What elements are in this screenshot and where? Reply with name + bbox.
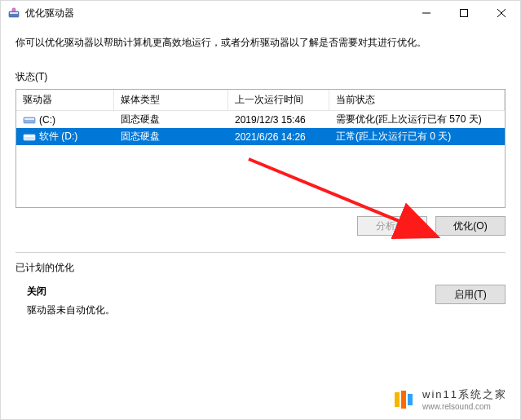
drive-list[interactable]: 驱动器 媒体类型 上一次运行时间 当前状态 (C:)固态硬盘2019/12/3 … xyxy=(15,89,506,208)
table-row[interactable]: 软件 (D:)固态硬盘2021/6/26 14:26正常(距上次运行已有 0 天… xyxy=(16,128,505,145)
column-last-run[interactable]: 上一次运行时间 xyxy=(228,90,329,110)
drive-icon xyxy=(23,132,36,142)
scheduled-detail: 驱动器未自动优化。 xyxy=(27,303,435,317)
svg-rect-8 xyxy=(24,118,34,120)
analyze-button[interactable]: 分析(A) xyxy=(357,216,427,236)
watermark: win11系统之家 www.relsound.com xyxy=(395,387,507,411)
enable-button[interactable]: 启用(T) xyxy=(435,285,506,304)
column-state[interactable]: 当前状态 xyxy=(329,90,505,110)
cell-drive: 软件 (D:) xyxy=(16,130,114,144)
cell-last-run: 2019/12/3 15:46 xyxy=(228,114,329,126)
svg-rect-1 xyxy=(10,12,18,14)
window-controls xyxy=(408,1,520,25)
watermark-url: www.relsound.com xyxy=(422,402,507,411)
drive-icon xyxy=(23,115,36,125)
scheduled-state: 关闭 xyxy=(27,285,435,298)
table-row[interactable]: (C:)固态硬盘2019/12/3 15:46需要优化(距上次运行已有 570 … xyxy=(16,111,505,128)
app-icon xyxy=(7,7,20,20)
drive-label: 软件 (D:) xyxy=(39,130,77,144)
cell-media: 固态硬盘 xyxy=(114,113,228,126)
watermark-title: win11系统之家 xyxy=(422,387,507,402)
cell-drive: (C:) xyxy=(16,114,114,126)
cell-last-run: 2021/6/26 14:26 xyxy=(228,131,329,143)
column-media[interactable]: 媒体类型 xyxy=(114,90,228,110)
window-title: 优化驱动器 xyxy=(25,7,408,20)
optimize-button[interactable]: 优化(O) xyxy=(435,216,506,236)
titlebar: 优化驱动器 xyxy=(1,1,520,25)
divider xyxy=(15,252,506,253)
cell-state: 正常(距上次运行已有 0 天) xyxy=(329,130,505,144)
list-header: 驱动器 媒体类型 上一次运行时间 当前状态 xyxy=(16,90,505,111)
svg-rect-4 xyxy=(461,10,468,17)
cell-state: 需要优化(距上次运行已有 570 天) xyxy=(329,113,505,126)
status-label: 状态(T) xyxy=(15,70,506,84)
column-drive[interactable]: 驱动器 xyxy=(16,90,114,110)
cell-media: 固态硬盘 xyxy=(114,130,228,144)
watermark-logo xyxy=(395,389,416,410)
svg-rect-13 xyxy=(395,392,400,407)
scheduled-title: 已计划的优化 xyxy=(15,261,506,275)
svg-point-2 xyxy=(12,8,15,11)
svg-rect-10 xyxy=(24,135,34,137)
description-text: 你可以优化驱动器以帮助计算机更高效地运行，或者分析驱动器以了解是否需要对其进行优… xyxy=(15,35,506,51)
svg-rect-15 xyxy=(408,394,413,405)
svg-rect-14 xyxy=(401,391,406,409)
minimize-button[interactable] xyxy=(408,1,445,25)
drive-label: (C:) xyxy=(39,114,55,126)
close-button[interactable] xyxy=(483,1,520,25)
maximize-button[interactable] xyxy=(445,1,483,25)
